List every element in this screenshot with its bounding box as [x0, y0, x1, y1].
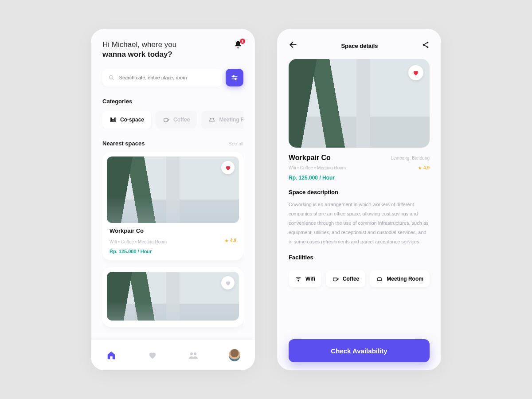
details-screen: Space details Workpair Co Lembang, Bandu…	[277, 29, 441, 370]
notifications-button[interactable]: 3	[234, 40, 243, 50]
back-button[interactable]	[289, 40, 297, 51]
svg-point-0	[110, 75, 113, 79]
check-availability-button[interactable]: Check Availability	[289, 339, 430, 362]
space-card-price: Rp. 125.000 / Hour	[110, 249, 236, 254]
space-hero-image	[289, 59, 430, 148]
share-icon	[422, 41, 430, 49]
svg-point-3	[233, 75, 234, 77]
svg-point-10	[194, 352, 196, 355]
svg-point-9	[190, 352, 193, 355]
space-cover-image	[107, 156, 239, 223]
meeting-icon	[376, 275, 383, 282]
arrow-left-icon	[289, 40, 297, 49]
star-icon	[224, 239, 229, 243]
space-card[interactable]	[102, 267, 243, 327]
space-location: Lembang, Bandung	[391, 156, 430, 160]
cospace-icon	[110, 116, 117, 123]
filter-button[interactable]	[226, 69, 243, 86]
svg-line-1	[112, 78, 113, 80]
nav-favorites[interactable]	[147, 349, 158, 361]
coffee-icon	[332, 275, 339, 282]
facility-meeting[interactable]: Meeting Room	[370, 270, 430, 287]
nav-community[interactable]	[188, 349, 199, 361]
svg-rect-6	[110, 118, 112, 121]
categories-heading: Categories	[102, 98, 243, 105]
space-list[interactable]: Workpair Co Wifi • Coffee • Meeting Room…	[102, 152, 243, 362]
nav-home[interactable]	[106, 349, 117, 361]
avatar	[229, 349, 240, 361]
sliders-icon	[231, 74, 239, 82]
heart-icon	[225, 280, 231, 286]
svg-rect-7	[113, 119, 114, 121]
svg-point-5	[235, 78, 236, 79]
facilities-heading: Facilities	[289, 254, 430, 261]
description-body: Coworking is an arrangement in which wor…	[289, 200, 430, 246]
space-cover-image	[107, 272, 239, 321]
space-card[interactable]: Workpair Co Wifi • Coffee • Meeting Room…	[102, 152, 243, 260]
heart-icon	[148, 350, 157, 360]
see-all-link[interactable]: See all	[228, 141, 243, 146]
space-title: Workpair Co	[289, 154, 331, 162]
home-screen: Hi Michael, where you wanna work today? …	[91, 29, 255, 370]
category-chip-cospace[interactable]: Co-space	[102, 111, 151, 129]
wifi-icon	[295, 275, 302, 282]
favorite-button[interactable]	[221, 161, 235, 174]
svg-point-15	[298, 280, 299, 281]
description-heading: Space description	[289, 189, 430, 196]
svg-rect-8	[114, 118, 116, 121]
facility-wifi[interactable]: Wifi	[289, 270, 321, 287]
space-amenities: Wifi • Coffee • Meeting Room	[289, 165, 346, 170]
facilities-row: Wifi Coffee Meeting Room	[289, 270, 430, 287]
greeting-line1: Hi Michael, where you	[102, 40, 176, 49]
category-chips: Co-space Coffee Meeting Room	[102, 111, 243, 129]
star-icon	[418, 166, 422, 170]
search-input[interactable]	[119, 75, 216, 80]
people-icon	[188, 350, 199, 360]
search-box[interactable]	[102, 69, 222, 86]
favorite-button[interactable]	[221, 276, 235, 289]
space-card-amenities: Wifi • Coffee • Meeting Room	[110, 239, 167, 244]
facility-coffee[interactable]: Coffee	[326, 270, 365, 287]
nav-profile[interactable]	[229, 349, 240, 361]
category-chip-meeting[interactable]: Meeting Room	[201, 111, 243, 129]
search-icon	[109, 74, 115, 81]
notification-badge: 3	[240, 39, 245, 44]
category-chip-coffee[interactable]: Coffee	[156, 111, 197, 129]
heart-icon	[412, 69, 419, 76]
meeting-icon	[208, 116, 215, 123]
coffee-icon	[163, 116, 170, 123]
nearest-heading: Nearest spaces	[102, 140, 145, 147]
space-card-title: Workpair Co	[110, 227, 236, 234]
space-price: Rp. 125.000 / Hour	[289, 175, 430, 181]
share-button[interactable]	[422, 41, 430, 51]
home-icon	[106, 350, 116, 360]
greeting: Hi Michael, where you wanna work today?	[102, 40, 176, 59]
page-title: Space details	[341, 43, 378, 49]
space-card-rating: 4.9	[224, 238, 236, 243]
space-rating: 4.9	[418, 165, 430, 170]
heart-icon	[225, 164, 231, 171]
bottom-nav	[91, 340, 255, 370]
favorite-button[interactable]	[408, 65, 423, 80]
greeting-line2: wanna work today?	[102, 50, 176, 59]
